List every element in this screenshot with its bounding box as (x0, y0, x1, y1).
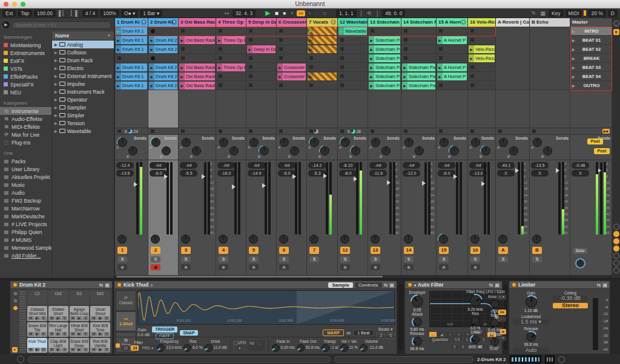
solo-button[interactable]: Solo (573, 248, 587, 254)
vol-vel-value[interactable]: 11 % (349, 345, 358, 350)
track-activator-button[interactable]: 13 (371, 247, 380, 254)
track-activator-button[interactable]: 2 (151, 247, 160, 254)
clip-stop-row[interactable] (216, 128, 246, 134)
sidebar-item-philipp-quien[interactable]: ▤Philipp Quien (0, 228, 51, 236)
volume-fader[interactable] (295, 162, 297, 235)
pan-knob[interactable] (309, 235, 318, 244)
lfo-sync-button[interactable]: ♩ (257, 340, 265, 346)
clip-slot[interactable] (246, 27, 276, 36)
send-b-knob[interactable] (381, 146, 391, 155)
track-body[interactable] (401, 90, 436, 128)
clip-stop-row[interactable] (530, 128, 570, 134)
clip-slot[interactable] (148, 27, 178, 36)
punch-in-icon[interactable]: ⌠ (358, 10, 364, 16)
play-icon[interactable]: ▶ (55, 348, 61, 352)
clip[interactable]: ▶Sidechain Pad (369, 45, 400, 53)
scene-slot-beat-03[interactable]: ▶BEAT 03 (570, 63, 612, 72)
clip-slot[interactable]: ▶Drum Kit 2 (148, 63, 178, 72)
scene-launch-icon[interactable]: ▶ (570, 74, 576, 79)
clip[interactable]: ▶Drum Kit 1 (116, 63, 147, 71)
expand-arrow-icon[interactable]: ▶ (54, 58, 58, 62)
mute-button[interactable]: M (91, 332, 97, 336)
browser-item-tension[interactable]: ▶Tension (52, 119, 114, 127)
clip[interactable]: ▶Sidechain Pad (402, 63, 435, 71)
track-body[interactable] (338, 90, 368, 128)
transpose-value[interactable]: -1 st (331, 345, 338, 350)
clip-stop-row[interactable] (307, 128, 337, 134)
clip[interactable]: ▶Sidechain Pad (402, 73, 435, 80)
scene-slot-outro[interactable]: ▶OUTRO (570, 81, 612, 90)
pan-knob[interactable] (470, 235, 480, 244)
clip-slot[interactable]: ▶Sidechain Pad (401, 72, 436, 81)
volume-fader[interactable] (456, 162, 458, 235)
solo-button[interactable]: S (104, 332, 110, 336)
clip-slot[interactable]: ▶Three Op B (216, 63, 246, 72)
clip-slot[interactable]: ▶Drum Kit 1 (115, 63, 148, 72)
clip-launch-icon[interactable]: ▶ (179, 82, 185, 89)
lfo-hz-button[interactable]: Hz (248, 340, 256, 346)
section-toggle-icon[interactable] (613, 224, 619, 230)
sidebar-item--live-projects[interactable]: ▤# LIVE Projects (0, 220, 51, 228)
slope-24-button[interactable]: 24 (131, 345, 139, 351)
solo-button[interactable]: S (498, 256, 508, 262)
clip-stop-row[interactable] (277, 128, 306, 134)
play-icon[interactable]: ▶ (55, 316, 61, 320)
receive-toggle-icon[interactable] (13, 298, 18, 304)
play-icon[interactable]: ▶ (97, 348, 104, 352)
clip-slot[interactable] (216, 54, 246, 63)
hot-swap-icon[interactable]: ⇆ (99, 282, 104, 288)
send-a-knob[interactable] (404, 138, 414, 147)
clip[interactable]: ▶Sidechain Pad (369, 63, 400, 71)
clip-slot[interactable] (468, 36, 495, 45)
warp-button[interactable]: WARP (323, 330, 344, 336)
clip[interactable]: ▶Drum Kit 1 (116, 27, 147, 35)
sidebar-item-music[interactable]: ▤Music (0, 181, 51, 189)
arm-button[interactable]: ◉ (340, 264, 350, 270)
clip-slot[interactable] (246, 36, 276, 45)
clip[interactable]: ▶Oxi Bass Rack (179, 63, 215, 71)
arm-button[interactable]: ◉ (279, 264, 289, 270)
drum-pad-hihat-808-short[interactable]: Hihat 808 ShortM▶S (70, 322, 90, 337)
clip-launch-icon[interactable]: ▶ (116, 73, 121, 80)
pan-knob[interactable] (439, 235, 448, 244)
fader-value[interactable]: -14.9 (248, 170, 265, 177)
clip-slot[interactable]: ▶Wavetable (338, 27, 368, 36)
drum-pad-shaker-short[interactable]: Shaker ShortM▶S (48, 306, 68, 320)
arm-button[interactable]: ◉ (371, 264, 380, 270)
key-map-button[interactable]: Key (549, 10, 564, 17)
clip-slot[interactable]: ▶Oxi Bass Rack (179, 81, 216, 90)
vol-vel-knob[interactable] (340, 344, 348, 352)
browser-item-wavetable[interactable]: ▶Wavetable (52, 127, 114, 135)
phase-value[interactable]: 0.00° (486, 346, 504, 351)
solo-button[interactable]: S (104, 348, 110, 352)
send-b-knob[interactable] (260, 146, 269, 155)
pan-knob[interactable] (498, 235, 507, 244)
solo-button[interactable]: S (62, 348, 68, 352)
mute-button[interactable]: M (91, 348, 97, 352)
track-body[interactable] (496, 90, 529, 128)
expand-arrow-icon[interactable]: ▶ (54, 113, 58, 117)
fade-in-value[interactable]: 0.00 ms (281, 345, 295, 350)
clip-slot[interactable] (246, 72, 276, 81)
track-header-6[interactable]: 6 Crossover (277, 18, 306, 27)
solo-button[interactable]: S (41, 348, 47, 352)
warp-length-field[interactable]: 1 Beat (353, 330, 374, 336)
clip-launch-icon[interactable]: ▶ (116, 82, 121, 89)
clip-slot[interactable] (338, 81, 368, 90)
clip-slot[interactable] (338, 63, 368, 72)
send-b-knob[interactable] (481, 146, 490, 155)
track-body[interactable] (468, 90, 495, 128)
volume-fader[interactable] (167, 162, 169, 235)
expand-arrow-icon[interactable]: ▶ (54, 129, 58, 133)
volume-value[interactable]: -11.4 dB (369, 345, 383, 350)
browser-item-analog[interactable]: ▶Analog (52, 41, 114, 48)
io-toggle-icon[interactable] (13, 291, 18, 296)
clip-slot[interactable]: ▶Crossover 5 (277, 72, 306, 81)
track-header-3[interactable]: 3 Oxi Bass Rack (179, 18, 216, 27)
pan-knob[interactable] (219, 235, 228, 244)
clip-slot[interactable] (468, 63, 495, 72)
pan-knob[interactable] (117, 235, 127, 244)
clip-overview-thumbnail[interactable] (510, 356, 541, 363)
filter-freq-knob[interactable] (470, 295, 481, 307)
mute-button[interactable]: M (49, 316, 55, 320)
